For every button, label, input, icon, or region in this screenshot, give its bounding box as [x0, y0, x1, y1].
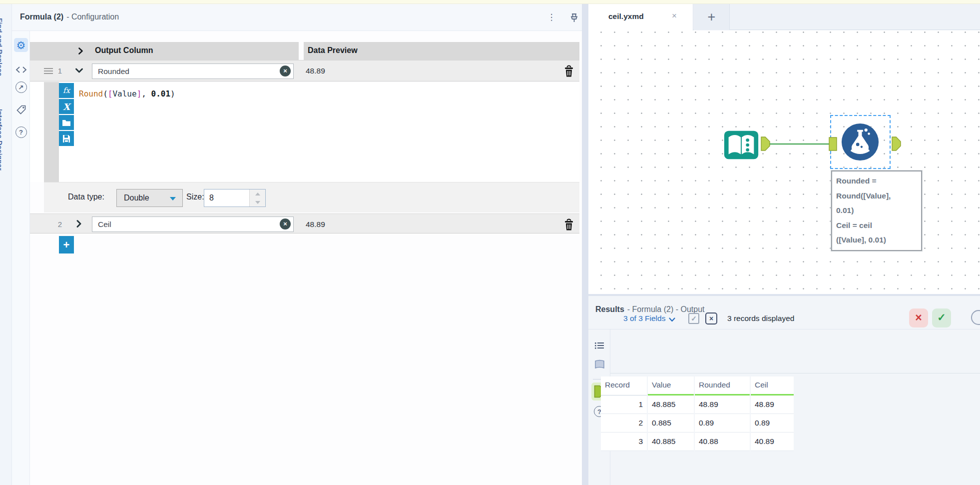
fields-dropdown[interactable]: 3 of 3 Fields — [623, 314, 675, 323]
collapse-row-chevron-icon[interactable] — [75, 66, 83, 74]
annotation-line: Round([Value], — [836, 188, 917, 204]
data-quality-error-button[interactable]: × — [909, 308, 928, 328]
refresh-button-partial[interactable] — [971, 310, 980, 325]
trash-icon — [563, 65, 574, 78]
clear-column-icon[interactable]: × — [280, 218, 291, 230]
overflow-menu-icon[interactable]: ⋮ — [545, 11, 557, 24]
trash-icon — [563, 218, 574, 231]
expand-row-chevron-icon[interactable] — [75, 220, 83, 228]
expand-all-chevron-icon[interactable] — [77, 47, 84, 55]
output-anchor-icon — [761, 136, 770, 151]
configuration-header: Formula (2)- Configuration ⋮ — [12, 4, 582, 31]
column-header-rounded[interactable]: Rounded — [695, 376, 750, 396]
configuration-title-sub: - Configuration — [66, 12, 119, 21]
configuration-icon-rail: ⚙ ↗ ? — [12, 31, 30, 485]
row-number: 2 — [50, 214, 62, 234]
workflow-tab-active[interactable]: ceil.yxmd × — [588, 4, 693, 30]
stepper-down-button[interactable] — [250, 198, 265, 206]
formula-tool-output-anchor[interactable] — [892, 136, 901, 151]
data-type-select[interactable]: Double — [116, 189, 183, 207]
input-data-icon — [722, 126, 761, 164]
open-example-button[interactable]: ↗ — [14, 80, 28, 94]
output-column-input[interactable]: Rounded × — [92, 64, 294, 79]
expression-editor[interactable]: fx X Round([Value], 0.01) — [30, 82, 579, 182]
delete-row-button[interactable] — [562, 64, 575, 78]
cell-value[interactable]: 0.885 — [648, 414, 694, 432]
expression-gutter — [44, 82, 59, 182]
saved-expressions-button[interactable] — [59, 115, 74, 130]
data-type-row: Data type: Double Size: 8 — [44, 182, 579, 212]
input-data-tool[interactable] — [722, 126, 761, 164]
tag-tab[interactable] — [14, 102, 28, 116]
cell-ceil[interactable]: 0.89 — [751, 414, 794, 432]
stepper-up-button[interactable] — [250, 190, 265, 198]
cell-rounded[interactable]: 0.89 — [695, 414, 750, 432]
save-icon — [62, 134, 70, 143]
tool-annotation[interactable]: Rounded = Round([Value], 0.01) Ceil = ce… — [831, 170, 922, 251]
formula-tool-input-anchor[interactable] — [829, 137, 837, 151]
workflow-canvas[interactable]: Rounded = Round([Value], 0.01) Ceil = ce… — [588, 30, 980, 294]
chevron-down-icon — [669, 318, 675, 322]
profile-view-button[interactable] — [592, 358, 606, 372]
data-type-label: Data type: — [68, 192, 104, 202]
cell-ceil[interactable]: 40.89 — [751, 432, 794, 451]
workflow-tab-label: ceil.yxmd — [608, 12, 644, 21]
divider — [588, 329, 980, 330]
cell-ceil[interactable]: 48.89 — [751, 396, 794, 414]
size-stepper[interactable]: 8 — [204, 189, 266, 207]
formula-row-1: 1 Rounded × 48.89 — [30, 60, 579, 82]
annotation-line: Ceil = ceil — [836, 218, 917, 233]
dock-tab-find-replace[interactable]: Find and Replace — [0, 18, 3, 76]
records-displayed-text: 3 records displayed — [727, 314, 794, 323]
column-accent-bar — [648, 394, 694, 396]
table-row: 2 0.885 0.89 0.89 — [601, 414, 794, 432]
metadata-view-button[interactable] — [592, 338, 606, 352]
data-quality-ok-button[interactable]: ✓ — [932, 308, 951, 328]
row-number: 1 — [50, 60, 62, 81]
results-title-main: Results — [595, 305, 624, 314]
tag-icon — [16, 104, 26, 115]
close-tab-icon[interactable]: × — [669, 11, 679, 21]
save-expression-button[interactable] — [59, 131, 74, 146]
workflow-tab-bar: ceil.yxmd × + — [588, 4, 980, 30]
expression-text[interactable]: Round([Value], 0.01) — [79, 89, 175, 98]
variables-button[interactable]: X — [59, 99, 74, 114]
dock-tab-interface-designer[interactable]: Interface Designer — [0, 109, 3, 170]
results-title: Results- Formula (2) - Output — [595, 305, 705, 314]
column-header-ceil[interactable]: Ceil — [751, 376, 794, 396]
data-type-value: Double — [124, 194, 149, 202]
formula-tool-icon — [841, 122, 880, 162]
column-header-record[interactable]: Record — [601, 376, 647, 396]
alteryx-designer-window: Find and Replace Interface Designer Form… — [0, 0, 980, 485]
add-formula-row-button[interactable]: + — [59, 236, 74, 254]
help-button[interactable]: ? — [14, 125, 28, 139]
cell-value[interactable]: 48.885 — [648, 396, 694, 414]
cell-rounded[interactable]: 40.88 — [695, 432, 750, 451]
cell-rounded[interactable]: 48.89 — [695, 396, 750, 414]
cell-value[interactable]: 40.885 — [648, 432, 694, 451]
formula-tool[interactable] — [841, 122, 880, 162]
chevron-down-icon — [170, 197, 176, 200]
settings-tab[interactable]: ⚙ — [14, 38, 28, 52]
formula-configuration-panel: Output Column Data Preview 1 Rounded × 4… — [30, 31, 582, 485]
cell-record[interactable]: 1 — [601, 396, 647, 414]
data-preview-value: 48.89 — [306, 214, 325, 234]
clear-column-icon[interactable]: × — [280, 66, 291, 76]
panel-splitter[interactable] — [582, 4, 588, 485]
header-divider — [299, 42, 304, 60]
new-workflow-tab-button[interactable]: + — [694, 4, 730, 30]
cell-viewer-icon[interactable]: × — [705, 312, 717, 324]
cell-record[interactable]: 2 — [601, 414, 647, 432]
code-icon — [15, 66, 27, 74]
pin-icon[interactable] — [567, 11, 580, 24]
connection-line[interactable] — [770, 144, 831, 144]
annotation-line: 0.01) — [836, 203, 917, 218]
input-tool-output-anchor[interactable] — [761, 136, 770, 151]
column-header-value[interactable]: Value — [648, 376, 694, 396]
annotation-tab[interactable] — [14, 62, 28, 76]
checkbox-filter-icon[interactable]: ✓ — [688, 313, 699, 324]
output-column-input[interactable]: Ceil × — [92, 216, 294, 232]
cell-record[interactable]: 3 — [601, 432, 647, 451]
functions-button[interactable]: fx — [59, 83, 74, 98]
delete-row-button[interactable] — [562, 218, 575, 232]
